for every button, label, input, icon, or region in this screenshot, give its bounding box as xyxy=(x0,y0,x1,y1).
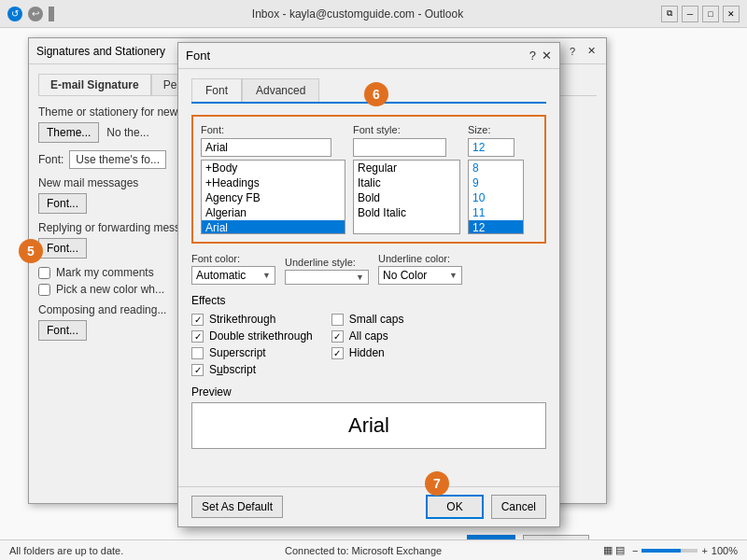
tab-advanced[interactable]: Advanced xyxy=(242,78,319,102)
effect-strikethrough: ✓ Strikethrough xyxy=(191,313,313,326)
font-selector-area: Font: Arial +Body +Headings Agency FB Al… xyxy=(191,115,546,244)
font-dialog-close-button[interactable]: ✕ xyxy=(542,49,552,63)
signatures-help-button[interactable]: ? xyxy=(565,44,580,59)
allcaps-checkbox[interactable]: ✓ xyxy=(331,330,344,343)
font-size-11[interactable]: 11 xyxy=(469,205,523,220)
zoom-controls: − + 100% xyxy=(632,545,738,556)
font-ok-button[interactable]: OK xyxy=(426,495,483,519)
hidden-checkbox[interactable]: ✓ xyxy=(331,347,344,359)
allcaps-label: All caps xyxy=(349,329,388,343)
font-color-group: Font color: Automatic ▼ xyxy=(191,253,275,285)
tab-font[interactable]: Font xyxy=(191,78,242,102)
font-style-bold[interactable]: Bold xyxy=(354,190,459,205)
undo-icon[interactable]: ↩ xyxy=(28,7,43,21)
font-size-list[interactable]: 8 9 10 11 12 xyxy=(468,160,524,234)
effect-subscript: ✓ Subscript xyxy=(191,363,313,376)
superscript-checkbox[interactable] xyxy=(191,347,204,359)
mark-comments-checkbox[interactable] xyxy=(38,267,50,279)
underline-color-select[interactable]: No Color ▼ xyxy=(378,266,462,285)
zoom-in-button[interactable]: + xyxy=(701,545,707,556)
no-theme-label: No the... xyxy=(106,126,148,139)
minimize-button[interactable]: ─ xyxy=(682,6,698,22)
pick-color-label: Pick a new color wh... xyxy=(56,283,164,296)
zoom-out-button[interactable]: − xyxy=(632,545,638,556)
window-controls: ⧉ ─ □ ✕ xyxy=(661,6,740,22)
signatures-close-button[interactable]: ✕ xyxy=(584,44,599,59)
font-size-12[interactable]: 12 xyxy=(469,220,523,234)
mark-comments-label: Mark my comments xyxy=(56,266,154,279)
font-color-label: Font color: xyxy=(191,253,275,264)
font-size-8[interactable]: 8 xyxy=(469,161,523,175)
view-icon-1[interactable]: ▦ xyxy=(603,544,613,556)
underline-style-select[interactable]: ▼ xyxy=(285,270,369,285)
subscript-checkbox[interactable]: ✓ xyxy=(191,364,204,376)
smallcaps-checkbox[interactable] xyxy=(331,314,344,326)
restore-button[interactable]: ⧉ xyxy=(661,6,678,22)
font-color-arrow: ▼ xyxy=(262,271,271,280)
preview-label: Preview xyxy=(191,385,546,399)
window-title: Inbox - kayla@customguide.com - Outlook xyxy=(60,7,655,21)
font-cancel-button[interactable]: Cancel xyxy=(491,495,546,519)
badge-7: 7 xyxy=(425,471,449,496)
font-style-label: Font style: xyxy=(353,124,460,135)
font-size-input[interactable] xyxy=(468,138,514,157)
font-style-bolditalic[interactable]: Bold Italic xyxy=(354,205,459,220)
font-dialog-titlebar: Font ? ✕ xyxy=(178,43,559,69)
maximize-button[interactable]: □ xyxy=(702,6,719,22)
font-list-item-agencyfb[interactable]: Agency FB xyxy=(202,190,345,205)
underline-style-arrow: ▼ xyxy=(356,273,364,282)
font-size-9[interactable]: 9 xyxy=(469,175,523,190)
font-name-column: Font: Arial +Body +Headings Agency FB Al… xyxy=(201,124,345,234)
smallcaps-label: Small caps xyxy=(349,313,404,326)
zoom-slider[interactable] xyxy=(641,549,698,553)
font-dialog-title: Font xyxy=(186,49,529,63)
set-default-button[interactable]: Set As Default xyxy=(191,496,283,518)
signatures-controls: ? ✕ xyxy=(565,44,599,59)
badge-6: 6 xyxy=(364,82,388,106)
effects-section: Effects ✓ Strikethrough ✓ Double striket… xyxy=(191,294,546,376)
taskbar: ↺ ↩ Inbox - kayla@customguide.com - Outl… xyxy=(0,0,747,28)
underline-style-group: Underline style: ▼ xyxy=(285,257,369,285)
close-button[interactable]: ✕ xyxy=(723,6,740,22)
underline-color-label: Underline color: xyxy=(378,253,462,264)
font-list-item-arial[interactable]: Arial xyxy=(202,220,345,234)
font-style-regular[interactable]: Regular xyxy=(354,161,459,175)
strikethrough-checkbox[interactable]: ✓ xyxy=(191,314,204,326)
new-mail-font-button[interactable]: Font... xyxy=(38,193,87,214)
view-icon-2[interactable]: ▤ xyxy=(615,544,625,556)
redo-icon[interactable] xyxy=(49,7,54,21)
font-size-10[interactable]: 10 xyxy=(469,190,523,205)
font-dialog-help-button[interactable]: ? xyxy=(529,49,536,63)
font-label: Font: xyxy=(38,153,63,166)
font-style-list[interactable]: Regular Italic Bold Bold Italic xyxy=(353,160,460,234)
font-name-input[interactable]: Arial xyxy=(201,138,331,157)
font-style-italic[interactable]: Italic xyxy=(354,175,459,190)
font-list-item-algerian[interactable]: Algerian xyxy=(202,205,345,220)
font-style-input[interactable] xyxy=(353,138,446,157)
font-size-label: Size: xyxy=(468,124,524,135)
font-selector-cols: Font: Arial +Body +Headings Agency FB Al… xyxy=(201,124,537,234)
font-list-item-headings[interactable]: +Headings xyxy=(202,175,345,190)
font-list-item-body[interactable]: +Body xyxy=(202,161,345,175)
double-strikethrough-checkbox[interactable]: ✓ xyxy=(191,330,204,343)
theme-button[interactable]: Theme... xyxy=(38,122,99,143)
composing-font-button[interactable]: Font... xyxy=(38,320,87,341)
replying-font-button[interactable]: Font... xyxy=(38,238,87,259)
app-icon: ↺ xyxy=(7,7,22,21)
effect-hidden: ✓ Hidden xyxy=(331,346,404,359)
double-strikethrough-label: Double strikethrough xyxy=(209,329,313,343)
preview-text: Arial xyxy=(348,413,389,438)
statusbar: All folders are up to date. Connected to… xyxy=(0,539,747,560)
preview-section: Preview Arial xyxy=(191,385,546,449)
effects-left-col: ✓ Strikethrough ✓ Double strikethrough S… xyxy=(191,313,313,376)
pick-color-checkbox[interactable] xyxy=(38,284,50,296)
footer-right-buttons: OK Cancel xyxy=(426,495,546,519)
tab-email-signature[interactable]: E-mail Signature xyxy=(38,74,151,95)
statusbar-center: Connected to: Microsoft Exchange xyxy=(285,545,442,556)
font-color-select[interactable]: Automatic ▼ xyxy=(191,266,275,285)
effects-title: Effects xyxy=(191,294,546,307)
effect-double-strikethrough: ✓ Double strikethrough xyxy=(191,329,313,343)
font-name-list[interactable]: +Body +Headings Agency FB Algerian Arial xyxy=(201,160,345,234)
superscript-label: Superscript xyxy=(209,346,266,359)
font-dialog-controls: ? ✕ xyxy=(529,49,552,63)
